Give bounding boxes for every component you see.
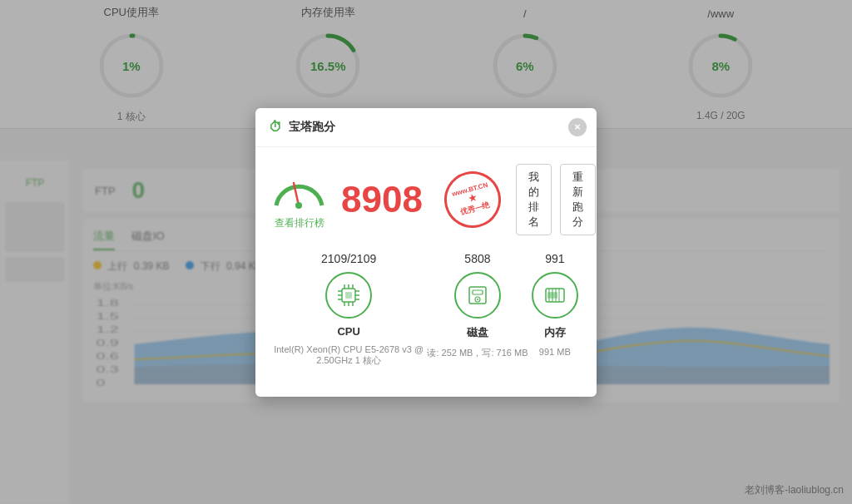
metric-cpu-desc: Intel(R) Xeon(R) CPU E5-2678 v3 @2.50GHz… xyxy=(274,344,424,367)
cpu-icon xyxy=(325,272,372,319)
disk-icon xyxy=(454,272,501,319)
view-ranking-link[interactable]: 查看排行榜 xyxy=(275,216,324,230)
refresh-score-button[interactable]: 重新跑分 xyxy=(560,164,596,235)
mem-icon xyxy=(532,272,578,319)
metric-cpu-value: 2109/2109 xyxy=(321,252,376,265)
svg-point-48 xyxy=(477,299,478,300)
modal-body: 查看排行榜 8908 www.BT.CN ★ 优秀一绝 我的排名 重新跑分 xyxy=(255,147,597,397)
modal-overlay: ⏱ 宝塔跑分 × 查看排行榜 8908 xyxy=(0,0,852,504)
metric-mem-desc: 991 MB xyxy=(539,347,571,357)
metrics-row: 2109/2109 xyxy=(272,252,580,367)
svg-rect-56 xyxy=(554,292,557,299)
metric-disk-desc: 读: 252 MB，写: 716 MB xyxy=(427,347,528,359)
metric-disk-value: 5808 xyxy=(464,252,490,265)
timer-icon: ⏱ xyxy=(269,120,282,135)
metric-mem-value: 991 xyxy=(545,252,564,265)
score-number: 8908 xyxy=(341,181,423,218)
metric-mem-label: 内存 xyxy=(544,325,566,340)
modal-header: ⏱ 宝塔跑分 × xyxy=(255,108,597,147)
modal-title: 宝塔跑分 xyxy=(289,120,335,135)
score-actions: 我的排名 重新跑分 xyxy=(516,164,596,235)
svg-point-30 xyxy=(295,202,302,209)
metric-mem: 991 内存 991 M xyxy=(532,252,578,367)
svg-rect-46 xyxy=(473,290,483,294)
score-gauge-icon: 查看排行榜 xyxy=(272,168,326,230)
my-ranking-button[interactable]: 我的排名 xyxy=(516,164,552,235)
speedometer-svg xyxy=(272,168,326,210)
metric-disk-label: 磁盘 xyxy=(467,325,488,340)
svg-rect-45 xyxy=(469,287,486,304)
svg-rect-54 xyxy=(547,292,551,299)
metric-cpu-label: CPU xyxy=(337,325,359,338)
svg-rect-55 xyxy=(551,292,554,299)
modal-close-button[interactable]: × xyxy=(568,118,587,136)
score-modal: ⏱ 宝塔跑分 × 查看排行榜 8908 xyxy=(255,108,597,397)
svg-rect-32 xyxy=(345,292,352,299)
metric-cpu: 2109/2109 xyxy=(274,252,424,367)
metric-disk: 5808 磁盘 读: 252 MB，写: 716 MB xyxy=(427,252,528,367)
score-row: 查看排行榜 8908 www.BT.CN ★ 优秀一绝 我的排名 重新跑分 xyxy=(272,164,580,235)
score-stamp: www.BT.CN ★ 优秀一绝 xyxy=(444,171,501,228)
